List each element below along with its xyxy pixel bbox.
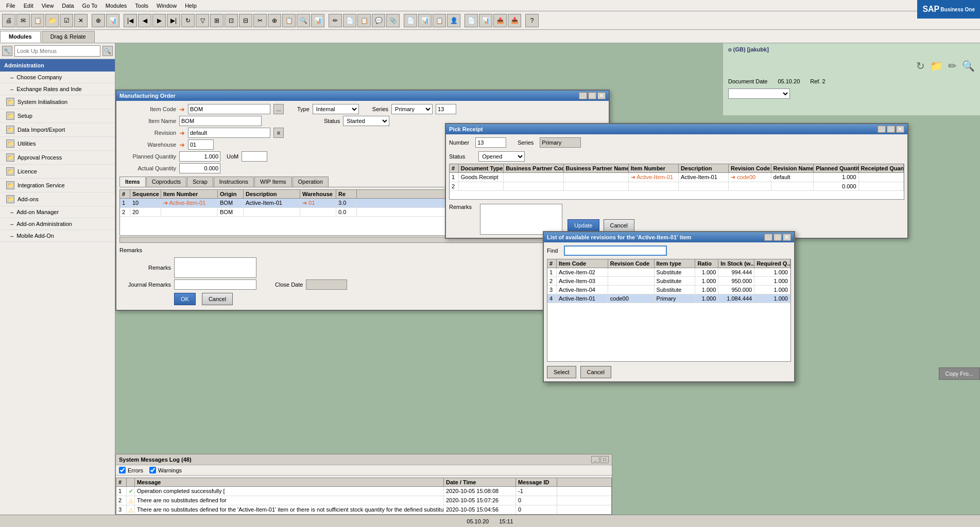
tab-items[interactable]: Items (119, 177, 146, 187)
errors-checkbox[interactable] (119, 467, 126, 473)
tab-instructions[interactable]: Instructions (214, 177, 254, 187)
sidebar-item-addon-admin[interactable]: – Add-on Administration (0, 218, 115, 230)
errors-checkbox-label[interactable]: Errors (119, 467, 143, 473)
pick-grid-row-1[interactable]: 1 Goods Receipt ➜ Active-Item-01 Active-… (450, 173, 904, 182)
menu-window[interactable]: Window (152, 2, 181, 10)
toolbar-btn-7[interactable]: ⊕ (92, 14, 105, 27)
menu-help[interactable]: Help (181, 2, 201, 10)
sidebar-item-integration-service[interactable]: 📁 Integration Service (0, 179, 115, 192)
edit-icon[interactable]: ✏ (948, 60, 957, 72)
tab-modules[interactable]: Modules (0, 31, 41, 43)
item-name-input[interactable] (179, 116, 262, 126)
cancel-button-pick[interactable]: Cancel (604, 219, 634, 232)
toolbar-btn-21[interactable]: 📎 (386, 14, 400, 27)
rev-row-4[interactable]: 4 Active-Item-01 code00 Primary 1.000 1.… (547, 294, 790, 303)
toolbar-btn-14[interactable]: 📋 (282, 14, 296, 27)
toolbar-prev[interactable]: ◀ (138, 14, 151, 27)
item-code-lookup[interactable]: ... (273, 104, 284, 114)
pick-number-input[interactable] (475, 137, 506, 148)
uom-input[interactable] (242, 151, 267, 162)
menu-file[interactable]: File (2, 2, 20, 10)
toolbar-help[interactable]: ? (525, 14, 539, 27)
toolbar-next[interactable]: ▶ (152, 14, 166, 27)
toolbar-btn-17[interactable]: ✏ (329, 14, 342, 27)
mfg-close[interactable]: ✕ (597, 92, 606, 99)
journal-remarks-input[interactable] (174, 279, 256, 290)
rev-row-3[interactable]: 3 Active-Item-04 Substitute 1.000 950.00… (547, 286, 790, 294)
close-date-input[interactable] (306, 279, 347, 290)
sidebar-item-exchange-rates[interactable]: – Exchange Rates and Inde (0, 83, 115, 95)
sidebar-item-addon-manager[interactable]: – Add-on Manager (0, 206, 115, 218)
pick-remarks-textarea[interactable] (480, 204, 562, 235)
tab-scrap[interactable]: Scrap (187, 177, 213, 187)
toolbar-btn-20[interactable]: 💬 (372, 14, 385, 27)
pick-close[interactable]: ✕ (896, 126, 904, 133)
menu-data[interactable]: Data (58, 2, 78, 10)
sidebar-item-choose-company[interactable]: – Choose Company (0, 72, 115, 83)
pick-grid-row-2[interactable]: 2 0.000 (450, 182, 904, 191)
cancel-button-revision[interactable]: Cancel (580, 366, 611, 378)
toolbar-first[interactable]: |◀ (124, 14, 137, 27)
menu-view[interactable]: View (38, 2, 58, 10)
dropdown-select[interactable] (728, 89, 790, 99)
toolbar-btn-13[interactable]: ⊕ (268, 14, 281, 27)
toolbar-last[interactable]: ▶| (167, 14, 180, 27)
sidebar-item-system-init[interactable]: 📁 System Initialisation (0, 95, 115, 109)
toolbar-btn-24[interactable]: 📋 (433, 14, 446, 27)
toolbar-btn-18[interactable]: 📄 (343, 14, 356, 27)
toolbar-btn-28[interactable]: 📤 (493, 14, 507, 27)
tab-coproducts[interactable]: Coproducts (146, 177, 186, 187)
revision-maximize[interactable]: □ (773, 234, 782, 241)
tab-drag-relate[interactable]: Drag & Relate (42, 31, 95, 43)
tab-operation[interactable]: Operation (293, 177, 329, 187)
folder-icon-main[interactable]: 📁 (930, 60, 943, 72)
update-button[interactable]: Update (568, 219, 599, 232)
pick-series-input[interactable] (540, 137, 581, 148)
toolbar-btn-3[interactable]: 📋 (31, 14, 44, 27)
sidebar-item-setup[interactable]: 📁 Setup (0, 109, 115, 123)
menu-tools[interactable]: Tools (131, 2, 152, 10)
sys-msg-row-3[interactable]: 3 △ There are no substitutes defined for… (116, 505, 611, 515)
toolbar-btn-15[interactable]: 🔍 (297, 14, 310, 27)
warehouse-input[interactable] (188, 139, 214, 150)
sidebar-item-utilities[interactable]: 📁 Utilities (0, 137, 115, 151)
toolbar-filter[interactable]: ▽ (196, 14, 209, 27)
revision-close[interactable]: ✕ (783, 234, 791, 241)
toolbar-btn-19[interactable]: 📋 (357, 14, 371, 27)
toolbar-btn-25[interactable]: 👤 (447, 14, 460, 27)
select-button[interactable]: Select (547, 366, 576, 378)
toolbar-btn-8[interactable]: 📊 (106, 14, 119, 27)
toolbar-btn-16[interactable]: 📊 (311, 14, 324, 27)
toolbar-btn-26[interactable]: 📄 (465, 14, 478, 27)
cancel-button-mfg[interactable]: Cancel (202, 293, 233, 305)
mfg-maximize[interactable]: □ (588, 92, 596, 99)
item-code-input[interactable] (188, 104, 270, 114)
toolbar-refresh[interactable]: ↻ (181, 14, 195, 27)
toolbar-btn-23[interactable]: 📊 (418, 14, 432, 27)
toolbar-btn-1[interactable]: 🖨 (2, 14, 15, 27)
toolbar-btn-9[interactable]: ⊞ (210, 14, 223, 27)
sidebar-item-approval[interactable]: 📁 Approval Process (0, 151, 115, 165)
warnings-checkbox-label[interactable]: Warnings (149, 467, 182, 473)
series-select[interactable]: Primary (391, 104, 433, 114)
series-num-input[interactable] (436, 104, 456, 114)
sidebar-item-mobile-addon[interactable]: – Mobile Add-On (0, 230, 115, 242)
sidebar-search-input[interactable] (14, 45, 100, 57)
remarks-textarea[interactable] (174, 257, 256, 278)
pick-maximize[interactable]: □ (887, 126, 895, 133)
toolbar-btn-12[interactable]: ✂ (253, 14, 267, 27)
revision-minimize[interactable]: _ (764, 234, 772, 241)
rev-row-2[interactable]: 2 Active-Item-03 Substitute 1.000 950.00… (547, 277, 790, 286)
menu-goto[interactable]: Go To (78, 2, 101, 10)
mfg-minimize[interactable]: _ (579, 92, 587, 99)
sys-msg-row-2[interactable]: 2 △ There are no substitutes defined for… (116, 496, 611, 505)
toolbar-btn-29[interactable]: 📥 (508, 14, 521, 27)
toolbar-btn-22[interactable]: 📄 (404, 14, 417, 27)
copy-from-button[interactable]: Copy Fro... (939, 367, 980, 380)
sidebar-search-btn[interactable]: 🔍 (102, 46, 113, 56)
pick-status-select[interactable]: Opened (478, 151, 525, 162)
toolbar-btn-2[interactable]: ✉ (16, 14, 30, 27)
warnings-checkbox[interactable] (149, 467, 156, 473)
tab-wip-items[interactable]: WIP Items (254, 177, 292, 187)
rev-row-1[interactable]: 1 Active-Item-02 Substitute 1.000 994.44… (547, 268, 790, 277)
